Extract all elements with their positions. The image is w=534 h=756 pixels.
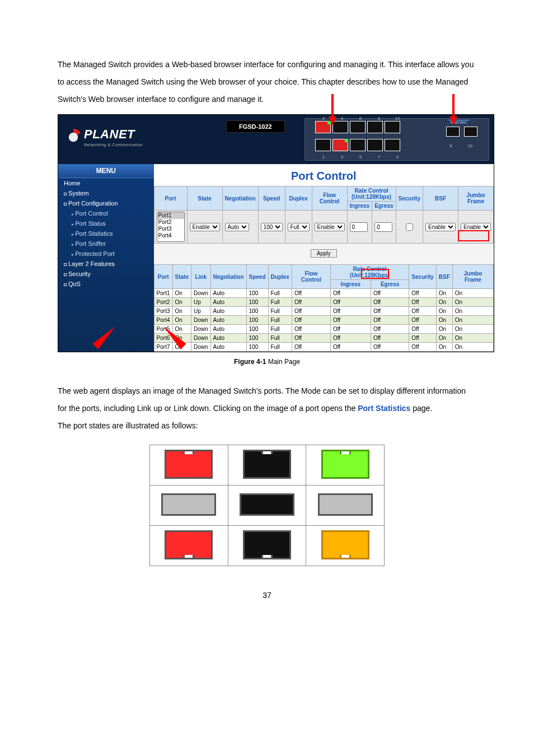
menu-protected-port[interactable]: Protected Port — [58, 249, 154, 259]
figure-caption: Figure 4-1 Main Page — [58, 358, 476, 366]
menu-qos[interactable]: QoS — [58, 279, 154, 289]
table-row: Port7OnDownAuto100FullOffOffOffOffOnOn — [154, 343, 493, 352]
port-icon-grey-wide — [161, 493, 216, 516]
sfp-group: MiniGBIC 9 10 — [444, 121, 483, 152]
th-ingress: Ingress — [347, 202, 372, 211]
port-icon-green-up — [321, 450, 369, 479]
duplex-select[interactable]: Full — [288, 223, 310, 231]
table-row: Port5OnDownAuto100FullOffOffOffOffOnOn — [154, 325, 493, 334]
th-neg: Negotiation — [222, 186, 258, 211]
apply-button[interactable]: Apply — [311, 249, 337, 258]
port-states-grid — [149, 445, 385, 566]
security-checkbox[interactable] — [406, 223, 413, 231]
menu-security[interactable]: Security — [58, 269, 154, 279]
control-table: Port State Negotiation Speed Duplex Flow… — [154, 186, 494, 244]
port-statistics-link: Port Statistics — [358, 404, 410, 413]
sfp-port-10[interactable] — [464, 127, 477, 137]
panel-port-1[interactable] — [315, 139, 331, 151]
table-row: Port1OnDownAuto100FullOffOffOffOffOnOn — [154, 289, 493, 298]
egress-input[interactable] — [374, 222, 392, 232]
table-row: Port3OnUpAuto100FullOffOffOffOffOnOn — [154, 307, 493, 316]
callout-apply — [361, 269, 389, 279]
sfp-port-9[interactable] — [446, 127, 460, 137]
callout-jumbo-select — [458, 230, 489, 241]
panel-port-10[interactable] — [385, 121, 400, 133]
menu-layer2[interactable]: Layer 2 Features — [58, 259, 154, 269]
page-title: Port Control — [154, 164, 494, 186]
menu-port-config[interactable]: Port Configuration — [58, 198, 154, 208]
table-row: Port2OnUpAuto100FullOffOffOffOffOnOn — [154, 298, 493, 307]
panel-port-9[interactable] — [385, 139, 400, 151]
arrow-to-menu — [91, 333, 119, 340]
logo-subtext: Networking & Communication — [84, 143, 143, 147]
th-bsf: BSF — [423, 186, 458, 211]
port-icon-amber-down — [321, 530, 369, 559]
ingress-input[interactable] — [350, 222, 368, 232]
menu-header: MENU — [58, 164, 154, 178]
th-sec: Security — [396, 186, 423, 211]
menu-port-sniffer[interactable]: Port Sniffer — [58, 239, 154, 249]
th-port: Port — [154, 186, 187, 211]
port-icon-black-down — [243, 530, 291, 559]
th-rate: Rate Control (Unit:128Kbps) — [347, 186, 396, 202]
intro-paragraph: The Managed Switch provides a Web-based … — [58, 56, 476, 108]
port-icon-black-up — [243, 450, 291, 479]
table-row: Port6OnDownAuto100FullOffOffOffOffOnOn — [154, 334, 493, 343]
logo-icon — [65, 129, 82, 146]
app-header: PLANET Networking & Communication FGSD-1… — [58, 115, 494, 164]
arrow-to-content — [160, 333, 188, 340]
bsf-select[interactable]: Enable — [425, 223, 456, 231]
th-duplex: Duplex — [285, 186, 312, 211]
screenshot-figure: PLANET Networking & Communication FGSD-1… — [58, 114, 494, 352]
th-speed: Speed — [258, 186, 285, 211]
status-table: Port State Link Negotiation Speed Duplex… — [154, 264, 494, 352]
port-icon-grey-wide2 — [318, 493, 373, 516]
page-number: 37 — [58, 591, 476, 600]
menu-port-control[interactable]: Port Control — [58, 208, 154, 218]
panel-port-3[interactable] — [332, 139, 348, 151]
port-icon-red-down — [165, 530, 213, 559]
port-numbers-bot: 13579 — [315, 155, 406, 160]
menu-system[interactable]: System — [58, 188, 154, 198]
th-flow: Flow Control — [312, 186, 347, 211]
port-icon-red-up — [165, 450, 213, 479]
logo: PLANET Networking & Communication — [65, 127, 143, 147]
model-label: FGSD-1022 — [226, 120, 285, 133]
state-select[interactable]: Enable — [190, 223, 220, 231]
menu-port-status[interactable]: Port Status — [58, 218, 154, 228]
speed-select[interactable]: 100 — [261, 223, 283, 231]
menu-home[interactable]: Home — [58, 178, 154, 188]
panel-port-8[interactable] — [367, 121, 383, 133]
flow-select[interactable]: Enable — [315, 223, 345, 231]
menu-port-statistics[interactable]: Port Statistics — [58, 228, 154, 239]
panel-para-c: The port states are illustrated as follo… — [58, 417, 476, 435]
port-icon-black-wide — [240, 493, 294, 516]
sidebar-menu: MENU Home System Port Configuration Port… — [58, 164, 154, 352]
th-jumbo: Jumbo Frame — [458, 186, 494, 211]
th-egress: Egress — [372, 202, 396, 211]
negotiation-select[interactable]: Auto — [225, 223, 249, 231]
panel-port-7[interactable] — [367, 139, 383, 151]
logo-text: PLANET — [84, 127, 135, 141]
content-area: Port Control Port State Negotiation Spee… — [154, 164, 494, 352]
table-row: Port4OnDownAuto100FullOffOffOffOffOnOn — [154, 316, 493, 325]
port-multi-select[interactable]: Port1 Port2 Port3 Port4 — [157, 212, 185, 242]
th-state: State — [187, 186, 222, 211]
panel-para-b: page. — [413, 404, 432, 413]
panel-port-5[interactable] — [350, 139, 366, 151]
panel-port-6[interactable] — [350, 121, 366, 133]
